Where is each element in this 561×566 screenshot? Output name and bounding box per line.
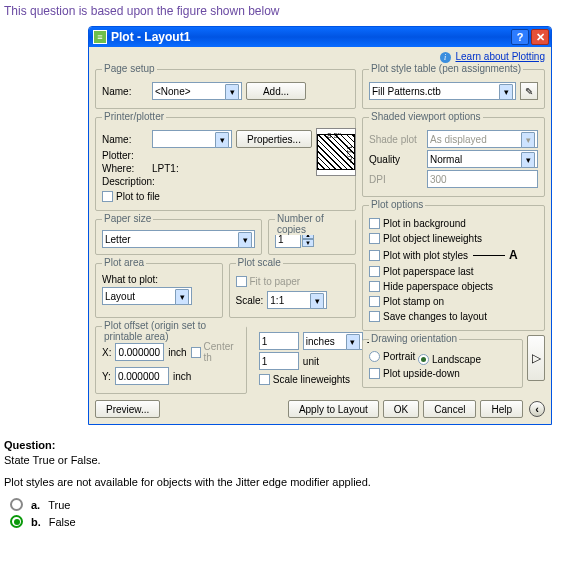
x-unit: inch xyxy=(168,347,186,358)
checkbox-icon xyxy=(191,347,201,358)
spin-down-icon[interactable]: ▼ xyxy=(302,239,314,247)
question-prompt: State True or False. xyxy=(4,454,557,466)
opt-stamp[interactable]: Plot stamp on xyxy=(369,296,444,307)
checkbox-icon xyxy=(236,276,247,287)
plotter-label: Plotter: xyxy=(102,150,148,161)
checkbox-icon xyxy=(369,311,380,322)
plot-area-title: Plot area xyxy=(102,257,146,268)
app-icon: ≡ xyxy=(93,30,107,44)
opt-lineweights[interactable]: Plot object lineweights xyxy=(369,233,482,244)
question-heading: Question: xyxy=(4,439,557,451)
pagesetup-name-label: Name: xyxy=(102,86,148,97)
scale-bot-unit: unit xyxy=(303,356,319,367)
what-to-plot-label: What to plot: xyxy=(102,274,216,285)
titlebar-help-button[interactable]: ? xyxy=(511,29,529,45)
pagesetup-name-select[interactable]: <None> xyxy=(152,82,242,100)
center-label: Center th xyxy=(204,341,240,363)
fit-label: Fit to paper xyxy=(250,276,301,287)
shadeplot-label: Shade plot xyxy=(369,134,423,145)
learn-link[interactable]: Learn about Plotting xyxy=(455,51,545,62)
upside-checkbox[interactable]: Plot upside-down xyxy=(369,368,460,379)
copies-group: Number of copies 1 ▲▼ xyxy=(268,219,356,255)
callout-line xyxy=(473,255,505,256)
pencil-icon: ✎ xyxy=(525,86,533,97)
preview-button[interactable]: Preview... xyxy=(95,400,160,418)
printer-title: Printer/plotter xyxy=(102,111,166,122)
style-table-group: Plot style table (pen assignments) Fill … xyxy=(362,69,545,109)
expand-button[interactable]: ‹ xyxy=(529,401,545,417)
style-table-title: Plot style table (pen assignments) xyxy=(369,63,523,74)
answer-b[interactable]: b. False xyxy=(10,515,557,528)
portrait-radio[interactable]: Portrait xyxy=(369,351,415,362)
opt-label: Plot in background xyxy=(383,218,466,229)
intro-text: This question is based upon the figure s… xyxy=(4,4,557,18)
landscape-radio[interactable]: Landscape xyxy=(418,354,481,365)
landscape-label: Landscape xyxy=(432,354,481,365)
opt-hide-paperspace[interactable]: Hide paperspace objects xyxy=(369,281,493,292)
scale-lw-checkbox[interactable]: Scale lineweights xyxy=(259,374,350,385)
copies-title: Number of copies xyxy=(275,213,355,235)
edit-style-button[interactable]: ✎ xyxy=(520,82,538,100)
paper-title: Paper size xyxy=(102,213,153,224)
scale-select[interactable]: 1:1 xyxy=(267,291,327,309)
fit-to-paper-checkbox: Fit to paper xyxy=(236,276,301,287)
answer-a[interactable]: a. True xyxy=(10,498,557,511)
checkbox-icon xyxy=(369,368,380,379)
question-body: Plot styles are not available for object… xyxy=(4,476,557,488)
scale-label: Scale: xyxy=(236,295,264,306)
center-checkbox: Center th xyxy=(191,341,240,363)
paper-preview: 8.5" 11.0" xyxy=(316,128,356,176)
help-button[interactable]: Help xyxy=(480,400,523,418)
page-a-icon: ▷ xyxy=(532,351,541,365)
properties-button[interactable]: Properties... xyxy=(236,130,312,148)
x-input[interactable]: 0.000000 xyxy=(115,343,164,361)
orient-title: Drawing orientation xyxy=(369,333,459,344)
add-button[interactable]: Add... xyxy=(246,82,306,100)
ok-button[interactable]: OK xyxy=(383,400,419,418)
opt-label: Plot object lineweights xyxy=(383,233,482,244)
quality-select[interactable]: Normal xyxy=(427,150,538,168)
dpi-label: DPI xyxy=(369,174,423,185)
plot-to-file-label: Plot to file xyxy=(116,191,160,202)
opt-label: Plot with plot styles xyxy=(383,250,468,261)
quality-label: Quality xyxy=(369,154,423,165)
scale-values: 1 inches = 1 unit Scale lineweights xyxy=(253,326,379,394)
opt-plot-styles[interactable]: Plot with plot stylesA xyxy=(369,248,518,262)
answer-letter: b. xyxy=(31,516,41,528)
where-label: Where: xyxy=(102,163,148,174)
plot-scale-group: Plot scale Fit to paper Scale: 1:1 xyxy=(229,263,357,318)
plot-options-title: Plot options xyxy=(369,199,425,210)
titlebar: ≡ Plot - Layout1 ? ✕ xyxy=(89,27,551,47)
callout-a-label: A xyxy=(509,248,518,262)
shaded-group: Shaded viewport options Shade plotAs dis… xyxy=(362,117,545,197)
checkbox-icon xyxy=(369,281,380,292)
cancel-button[interactable]: Cancel xyxy=(423,400,476,418)
preview-width: 8.5" xyxy=(327,131,341,140)
printer-name-select[interactable] xyxy=(152,130,232,148)
what-to-plot-select[interactable]: Layout xyxy=(102,287,192,305)
titlebar-close-button[interactable]: ✕ xyxy=(531,29,549,45)
style-table-select[interactable]: Fill Patterns.ctb xyxy=(369,82,516,100)
printer-group: Printer/plotter Name: Properties... Plot… xyxy=(95,117,356,211)
scale-top-input[interactable]: 1 xyxy=(259,332,299,350)
x-label: X: xyxy=(102,347,111,358)
y-input[interactable]: 0.000000 xyxy=(115,367,169,385)
printer-name-label: Name: xyxy=(102,134,148,145)
radio-icon xyxy=(10,515,23,528)
answer-text: False xyxy=(49,516,76,528)
chevron-left-icon: ‹ xyxy=(535,403,539,415)
orientation-icon-button[interactable]: ▷ xyxy=(527,335,545,381)
apply-button[interactable]: Apply to Layout xyxy=(288,400,379,418)
scale-unit-select[interactable]: inches xyxy=(303,332,363,350)
question-block: Question: State True or False. Plot styl… xyxy=(4,439,557,528)
opt-background[interactable]: Plot in background xyxy=(369,218,466,229)
paper-size-select[interactable]: Letter xyxy=(102,230,255,248)
opt-label: Hide paperspace objects xyxy=(383,281,493,292)
plot-to-file-checkbox[interactable]: Plot to file xyxy=(102,191,160,202)
opt-paperspace-last[interactable]: Plot paperspace last xyxy=(369,266,474,277)
scale-bot-input[interactable]: 1 xyxy=(259,352,299,370)
opt-save-changes[interactable]: Save changes to layout xyxy=(369,311,487,322)
paper-size-group: Paper size Letter xyxy=(95,219,262,255)
checkbox-icon xyxy=(369,233,380,244)
y-label: Y: xyxy=(102,371,111,382)
